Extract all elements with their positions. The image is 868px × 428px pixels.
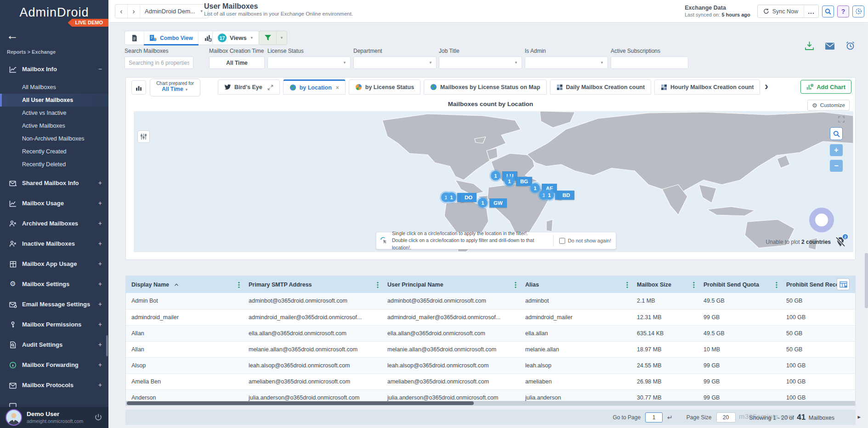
tab-daily-mailbox-creation-count[interactable]: Daily Mailbox Creation count [550, 79, 652, 95]
expand-toggle[interactable]: + [98, 179, 102, 186]
cell-send-quota[interactable]: 99 GB [698, 373, 781, 389]
user-panel[interactable]: Demo User admeight.onmicrosoft.com [0, 407, 108, 428]
column-header-display-name[interactable]: Display Name [126, 276, 243, 293]
table-row[interactable]: Amelia Benameliaben@o365droid.onmicrosof… [126, 373, 856, 389]
pin-slash-wrap[interactable]: 2 [834, 236, 846, 248]
chart-type-button[interactable] [131, 80, 146, 95]
sidebar-scrollbar[interactable] [106, 335, 108, 356]
department-select[interactable]: ▼ [353, 56, 437, 69]
creation-time-select[interactable]: All Time [209, 56, 265, 69]
cell-alias[interactable]: admindroid_mailer [520, 309, 631, 325]
cell-send-quota[interactable]: 49.5 GB [698, 325, 781, 341]
job-title-select[interactable]: ▼ [439, 56, 522, 69]
expand-toggle[interactable]: + [98, 361, 102, 368]
forward-icon[interactable]: › [128, 5, 140, 18]
sidebar-item-recently-deleted[interactable]: Recently Deleted [0, 158, 108, 171]
sidebar-section-mailbox-settings[interactable]: ⚙ Mailbox Settings + [0, 274, 108, 294]
sidebar-section-mailbox-forwarding[interactable]: Mailbox Forwarding + [0, 355, 108, 375]
cell-smtp[interactable]: ella.allan@o365droid.onmicrosoft.com [243, 325, 382, 341]
cell-size[interactable]: 26.98 MB [631, 373, 698, 389]
sidebar-item-recently-created[interactable]: Recently Created [0, 145, 108, 158]
table-row[interactable]: Allanmelanie.allan@o365droid.onmicrosoft… [126, 341, 856, 357]
cell-alias[interactable]: melanie.allan [520, 341, 631, 357]
cell-display-name[interactable]: admindroid_mailer [126, 309, 243, 325]
map-zoom-out-button[interactable]: − [830, 160, 843, 172]
cell-alias[interactable]: ella.allan [520, 325, 631, 341]
cell-send-receive[interactable]: 100 GB [781, 373, 856, 389]
cell-display-name[interactable]: Alsop [126, 357, 243, 373]
cell-send-receive[interactable]: 50 GB [781, 325, 856, 341]
sidebar-section-email-message-settings[interactable]: Email Message Settings + [0, 294, 108, 314]
collapse-toggle[interactable]: − [98, 65, 102, 73]
cell-display-name[interactable]: Amelia Ben [126, 373, 243, 389]
expand-toggle[interactable]: + [98, 300, 102, 308]
schedule-button[interactable] [852, 6, 864, 17]
map-fullscreen-icon[interactable] [837, 115, 846, 124]
back-icon[interactable]: ‹ [115, 5, 128, 18]
cell-smtp[interactable]: leah.alsop@o365droid.onmicrosoft.com [243, 357, 382, 373]
cell-send-quota[interactable]: 99 GB [698, 357, 781, 373]
sync-now-button[interactable]: Sync Now [758, 5, 804, 17]
cell-alias[interactable]: adminbot [520, 293, 631, 309]
email-report-button[interactable] [825, 41, 835, 50]
grid-view-button[interactable] [125, 31, 144, 45]
vertical-scrollbar[interactable] [865, 23, 868, 428]
cell-display-name[interactable]: Admin Bot [126, 293, 243, 309]
map-marker-bg[interactable]: 1 BG [505, 176, 532, 186]
table-row[interactable]: Alsopleah.alsop@o365droid.onmicrosoft.co… [126, 357, 856, 373]
cell-smtp[interactable]: adminbot@o365droid.onmicrosoft.com [243, 293, 382, 309]
table-row[interactable]: Allanella.allan@o365droid.onmicrosoft.co… [126, 325, 856, 341]
cell-smtp[interactable]: ameliaben@o365droid.onmicrosoft.com [243, 373, 382, 389]
logout-power-icon[interactable] [94, 413, 103, 422]
cell-upn[interactable]: adminbot@o365droid.onmicrosoft.com [382, 293, 520, 309]
marker-code[interactable]: BG [516, 177, 532, 186]
sidebar-section-mailbox-app-usage[interactable]: Mailbox App Usage + [0, 253, 108, 274]
map-marker-do[interactable]: 1 1 DO [441, 192, 477, 202]
cell-size[interactable]: 24.55 MB [631, 357, 698, 373]
sidebar-section-archived-mailboxes[interactable]: Archived Mailboxes + [0, 213, 108, 233]
cell-send-receive[interactable]: 50 GB [781, 341, 856, 357]
sidebar-item-all-mailboxes[interactable]: All Mailboxes [0, 81, 108, 94]
sidebar-item-all-user-mailboxes[interactable]: All User Mailboxes [0, 94, 108, 107]
map-zoom-in-button[interactable]: + [830, 144, 843, 156]
cell-size[interactable]: 635.14 KB [631, 325, 698, 341]
table-row[interactable]: Admin Botadminbot@o365droid.onmicrosoft.… [126, 293, 856, 309]
filter-dropdown-button[interactable]: ▼ [277, 31, 287, 45]
expand-toggle[interactable]: + [98, 240, 102, 247]
cell-send-quota[interactable]: 49.5 GB [698, 293, 781, 309]
next-page-icon[interactable]: ▸ [857, 413, 861, 420]
map-marker-bd[interactable]: 1 1 BD [539, 190, 574, 200]
vertical-scrollbar-thumb[interactable] [865, 253, 868, 308]
cell-upn[interactable]: leah.alsop@o365droid.onmicrosoft.com [382, 357, 520, 373]
filter-button[interactable] [259, 31, 277, 45]
column-header-primary-smtp[interactable]: Primary SMTP Address [243, 276, 382, 293]
expand-toggle[interactable]: + [98, 381, 102, 389]
sidebar-section-mailbox-permissions[interactable]: Mailbox Permissions + [0, 314, 108, 334]
cell-upn[interactable]: ella.allan@o365droid.onmicrosoft.com [382, 325, 520, 341]
do-not-show-checkbox[interactable] [559, 238, 565, 244]
cell-display-name[interactable]: Allan [126, 325, 243, 341]
cell-send-quota[interactable]: 99 GB [698, 309, 781, 325]
cell-alias[interactable]: leah.alsop [520, 357, 631, 373]
map-zoom-search-button[interactable] [830, 127, 843, 140]
column-menu-icon[interactable] [626, 282, 628, 288]
world-map[interactable]: + − 1 LU 1 BG 1 AF 1 1 BD 1 [134, 111, 853, 252]
column-chooser-button[interactable] [837, 278, 850, 290]
expand-toggle[interactable]: + [98, 199, 102, 207]
marker-count[interactable]: 1 [505, 176, 514, 186]
close-icon[interactable]: × [336, 84, 339, 91]
tenant-dropdown[interactable]: AdminDroid Dem... ▼ [140, 8, 208, 15]
expand-toggle[interactable]: + [98, 260, 102, 267]
cell-size[interactable]: 18.97 MB [631, 341, 698, 357]
column-menu-icon[interactable] [776, 282, 777, 288]
expand-icon[interactable] [267, 84, 273, 90]
sidebar-section-shared-mailbox-info[interactable]: Shared Mailbox Info + [0, 173, 108, 193]
cell-smtp[interactable]: melanie.allan@o365droid.onmicrosoft.com [243, 341, 382, 357]
expand-toggle[interactable]: + [98, 280, 102, 287]
column-header-alias[interactable]: Alias [520, 276, 631, 293]
tab-mailboxes-by-license-status-on-map[interactable]: Mailboxes by License Status on Map [424, 79, 546, 95]
sync-more-button[interactable]: ... [804, 5, 818, 17]
expand-toggle[interactable]: + [98, 321, 102, 328]
cell-send-receive[interactable]: 100 GB [781, 309, 856, 325]
column-header-prohibit-send-quota[interactable]: Prohibit Send Quota [698, 276, 781, 293]
